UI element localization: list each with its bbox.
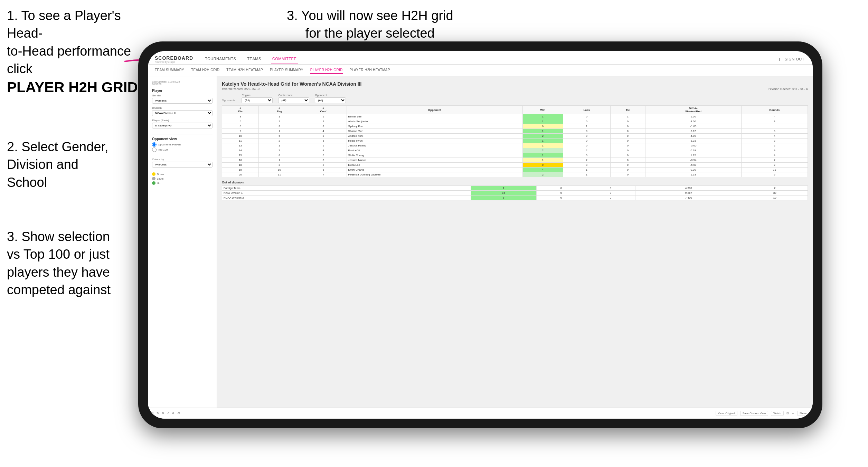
col-win: Win bbox=[522, 106, 563, 114]
radio-top100[interactable]: Top 100 bbox=[152, 147, 213, 152]
subnav-team-h2h-grid[interactable]: TEAM H2H GRID bbox=[191, 67, 219, 74]
down-dot bbox=[152, 172, 155, 176]
nav-committee[interactable]: COMMITTEE bbox=[271, 54, 298, 64]
cell-rounds: 7 bbox=[741, 158, 808, 163]
out-cell-tie: 0 bbox=[586, 191, 635, 196]
opponents-label: Opponents: bbox=[222, 99, 236, 103]
subnav-team-summary[interactable]: TEAM SUMMARY bbox=[155, 67, 184, 74]
subnav-player-summary[interactable]: PLAYER SUMMARY bbox=[270, 67, 303, 74]
sidebar-divider bbox=[152, 134, 213, 134]
cell-reg: 2 bbox=[259, 119, 300, 124]
table-row: 14 7 4 Eunice Yi 2 2 0 0.38 9 bbox=[222, 148, 808, 153]
sidebar-player-title: Player bbox=[152, 89, 213, 93]
cell-tie: 0 bbox=[610, 139, 645, 143]
out-cell-win: 5 bbox=[471, 196, 536, 200]
up-dot bbox=[152, 181, 155, 185]
out-cell-loss: 0 bbox=[536, 186, 586, 191]
conference-filter-select[interactable]: (All) bbox=[278, 97, 309, 103]
cell-tie: 1 bbox=[610, 114, 645, 119]
cell-loss: 0 bbox=[563, 114, 610, 119]
up-label: Up bbox=[157, 182, 160, 185]
table-row: 11 2 5 Heejo Hyun 1 0 0 3.33 3 bbox=[222, 139, 808, 143]
cell-tie: 0 bbox=[610, 119, 645, 124]
watch-btn[interactable]: Watch bbox=[771, 411, 783, 416]
cell-opponent: Eunice Yi bbox=[347, 148, 522, 153]
cell-opponent: Esther Lee bbox=[347, 114, 522, 119]
subnav-team-h2h-heatmap[interactable]: TEAM H2H HEATMAP bbox=[226, 67, 263, 74]
cell-tie: 0 bbox=[610, 168, 645, 172]
cell-reg: 1 bbox=[259, 129, 300, 134]
share-btn[interactable]: Share bbox=[797, 411, 809, 416]
nav-teams[interactable]: TEAMS bbox=[246, 54, 262, 64]
annotation-line1: 1. To see a Player's Head- bbox=[7, 8, 121, 40]
table-row: 16 1 3 Jessica Mason 1 2 0 -0.94 7 bbox=[222, 158, 808, 163]
subnav-player-h2h-grid[interactable]: PLAYER H2H GRID bbox=[310, 67, 343, 74]
cell-loss: 2 bbox=[563, 158, 610, 163]
toolbar-icon6[interactable]: ↔ bbox=[792, 412, 794, 415]
division-select[interactable]: NCAA Division III NCAA Division I NCAA D… bbox=[152, 110, 213, 116]
table-row: 3 1 1 Esther Lee 1 0 1 1.50 4 bbox=[222, 114, 808, 119]
cell-tie: 0 bbox=[610, 143, 645, 148]
cell-opponent: Sydney Kuo bbox=[347, 124, 522, 129]
subnav-player-h2h-heatmap[interactable]: PLAYER H2H HEATMAP bbox=[350, 67, 390, 74]
annotation-bottomleft: 3. Show selectionvs Top 100 or justplaye… bbox=[7, 228, 111, 299]
out-cell-diff: 7.400 bbox=[635, 196, 742, 200]
cell-div: 13 bbox=[222, 143, 259, 148]
cell-div: 10 bbox=[222, 134, 259, 139]
region-filter-select[interactable]: (All) bbox=[242, 97, 273, 103]
out-cell-loss: 0 bbox=[536, 196, 586, 200]
table-row: 6 3 3 Sydney Kuo 0 1 0 -1.00 bbox=[222, 124, 808, 129]
tablet: SCOREBOARD Powered by clippd TOURNAMENTS… bbox=[138, 41, 822, 428]
nav-tournaments[interactable]: TOURNAMENTS bbox=[204, 54, 237, 64]
table-row: 20 11 7 Federica Domecq Lacroze 2 1 0 1.… bbox=[222, 172, 808, 177]
cell-div: 16 bbox=[222, 158, 259, 163]
col-tie: Tie bbox=[610, 106, 645, 114]
gender-label: Gender bbox=[152, 94, 213, 97]
opponent-filter-select[interactable]: (All) bbox=[315, 97, 346, 103]
colour-by-select[interactable]: Win/Loss bbox=[152, 162, 213, 168]
cell-rounds: 11 bbox=[741, 168, 808, 172]
cell-reg: 1 bbox=[259, 143, 300, 148]
save-custom-view-btn[interactable]: Save Custom View bbox=[740, 411, 768, 416]
cell-win: 1 bbox=[522, 153, 563, 158]
table-row: 9 1 4 Sharon Mun 1 0 0 3.67 3 bbox=[222, 129, 808, 134]
cell-rounds: 4 bbox=[741, 153, 808, 158]
toolbar-icon5[interactable]: ⊡ bbox=[786, 412, 789, 415]
nav-separator: | bbox=[779, 57, 780, 61]
filter-region: Region (All) bbox=[242, 94, 273, 103]
cell-diff: 1.50 bbox=[645, 114, 741, 119]
out-of-division-title: Out of division bbox=[222, 181, 808, 184]
annotation-midleft: 2. Select Gender,Division andSchool bbox=[7, 138, 108, 191]
share-label: Share bbox=[800, 412, 807, 415]
cell-conf: 3 bbox=[300, 158, 347, 163]
cell-win: 2 bbox=[522, 134, 563, 139]
cell-conf: 4 bbox=[300, 129, 347, 134]
level-label: Level bbox=[157, 177, 163, 180]
cell-conf: 5 bbox=[300, 153, 347, 158]
col-rounds: Rounds bbox=[741, 106, 808, 114]
filter-opponent: Opponent (All) bbox=[315, 94, 346, 103]
cell-diff: 3.67 bbox=[645, 129, 741, 134]
player-rank-label: Player (Rank) bbox=[152, 119, 213, 122]
cell-rounds: 3 bbox=[741, 119, 808, 124]
cell-diff: -3.00 bbox=[645, 143, 741, 148]
colour-by-label: Colour by bbox=[152, 158, 213, 161]
cell-loss: 1 bbox=[563, 124, 610, 129]
cell-loss: 1 bbox=[563, 168, 610, 172]
radio-opponents-played[interactable]: Opponents Played bbox=[152, 142, 213, 147]
out-cell-rounds: 2 bbox=[742, 186, 808, 191]
nav-items: TOURNAMENTS TEAMS COMMITTEE bbox=[204, 54, 779, 64]
cell-opponent: Euna Lee bbox=[347, 163, 522, 168]
cell-tie: 0 bbox=[610, 153, 645, 158]
division-record: Division Record: 331 - 34 - 6 bbox=[768, 87, 808, 91]
conference-filter-label: Conference bbox=[278, 94, 309, 97]
cell-div: 15 bbox=[222, 153, 259, 158]
cell-win: 4 bbox=[522, 168, 563, 172]
player-rank-select[interactable]: 8. Katelyn Vo bbox=[152, 123, 213, 128]
gender-select[interactable]: Women's Men's bbox=[152, 98, 213, 104]
nav-signout[interactable]: Sign out bbox=[783, 54, 806, 64]
out-division-row: Foreign Team 1 0 0 4.500 2 bbox=[222, 186, 808, 191]
view-original-btn[interactable]: View: Original bbox=[716, 411, 737, 416]
cell-div: 3 bbox=[222, 114, 259, 119]
app-logo: SCOREBOARD Powered by clippd bbox=[155, 55, 193, 63]
